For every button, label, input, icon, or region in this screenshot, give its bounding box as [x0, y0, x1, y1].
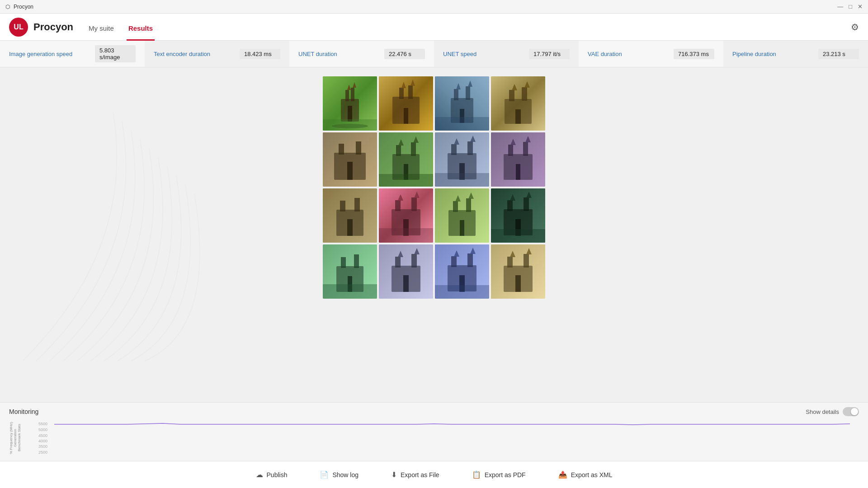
metric-text-encoder: Text encoder duration 18.423 ms [145, 41, 289, 67]
svg-rect-6 [348, 106, 352, 122]
svg-rect-26 [509, 90, 514, 101]
svg-rect-8 [323, 119, 377, 131]
image-cell-1[interactable] [323, 76, 377, 131]
svg-rect-23 [435, 117, 489, 131]
image-cell-9[interactable] [323, 188, 377, 243]
settings-icon[interactable]: ⚙ [851, 22, 859, 33]
svg-text:4000: 4000 [38, 439, 47, 443]
export-file-button[interactable]: ⬇ Export as File [384, 467, 447, 483]
image-cell-16[interactable] [491, 244, 545, 299]
image-cell-11[interactable] [435, 188, 489, 243]
metric-pipeline-duration: Pipeline duration 23.213 s [723, 41, 868, 67]
image-cell-10[interactable] [379, 188, 433, 243]
logo-area: UL Procyon [9, 18, 73, 37]
image-grid-area [0, 67, 868, 402]
svg-rect-58 [516, 164, 520, 180]
image-cell-7[interactable] [435, 132, 489, 187]
metric-unet-speed: UNET speed 17.797 it/s [434, 41, 579, 67]
svg-rect-55 [523, 142, 528, 156]
title-bar-left: ⬡ Procyon [5, 4, 33, 10]
title-bar-title: Procyon [14, 4, 33, 10]
svg-rect-30 [515, 109, 521, 124]
title-bar: ⬡ Procyon — □ ✕ [0, 0, 868, 14]
show-details-toggle[interactable] [843, 407, 859, 416]
svg-text:3500: 3500 [38, 444, 47, 449]
svg-rect-27 [522, 87, 527, 101]
svg-rect-66 [395, 200, 401, 211]
svg-rect-34 [356, 141, 361, 155]
image-cell-5[interactable] [323, 132, 377, 187]
svg-rect-62 [354, 198, 360, 211]
nav-tabs: My suite Results [87, 14, 155, 41]
tab-results[interactable]: Results [127, 24, 155, 41]
svg-rect-33 [339, 144, 344, 155]
svg-rect-90 [354, 254, 359, 268]
app-name: Procyon [33, 21, 73, 33]
close-button[interactable]: ✕ [858, 3, 863, 10]
svg-rect-111 [524, 254, 529, 267]
svg-rect-82 [524, 197, 529, 211]
svg-rect-12 [408, 85, 413, 99]
maximize-button[interactable]: □ [849, 3, 852, 10]
svg-rect-67 [411, 197, 417, 211]
cloud-icon: ☁ [256, 470, 263, 479]
download-icon: ⬇ [391, 470, 397, 479]
image-cell-12[interactable] [491, 188, 545, 243]
svg-text:5000: 5000 [38, 427, 47, 432]
chart-y-labels: % Frequency (MHz)Generation Benchmark St… [9, 420, 36, 456]
image-cell-4[interactable] [491, 76, 545, 131]
image-grid [323, 76, 545, 393]
app-header: UL Procyon My suite Results ⚙ [0, 14, 868, 41]
image-cell-14[interactable] [379, 244, 433, 299]
image-cell-3[interactable] [435, 76, 489, 131]
image-cell-6[interactable] [379, 132, 433, 187]
svg-rect-54 [508, 145, 513, 156]
svg-rect-103 [467, 253, 473, 267]
image-cell-8[interactable] [491, 132, 545, 187]
publish-button[interactable]: ☁ Publish [249, 467, 295, 483]
svg-text:5500: 5500 [38, 422, 47, 426]
svg-rect-11 [399, 88, 404, 99]
export-pdf-button[interactable]: 📋 Export as PDF [465, 467, 533, 483]
minimize-button[interactable]: — [837, 3, 843, 10]
export-xml-button[interactable]: 📤 Export as XML [551, 467, 620, 483]
svg-rect-81 [507, 200, 513, 211]
monitoring-section: Monitoring Show details % Frequency (MHz… [0, 402, 868, 461]
metric-image-gen-speed: Image generation speed 5.803 s/image [0, 41, 145, 67]
pdf-icon: 📋 [472, 470, 481, 479]
image-cell-15[interactable] [435, 244, 489, 299]
svg-text:2500: 2500 [38, 450, 47, 455]
svg-rect-3 [351, 88, 354, 101]
svg-rect-2 [345, 90, 349, 101]
svg-rect-51 [435, 173, 489, 187]
metric-unet-duration: UNET duration 22.476 s [289, 41, 434, 67]
svg-rect-110 [507, 257, 513, 267]
svg-rect-19 [466, 86, 470, 100]
svg-rect-92 [323, 284, 377, 299]
svg-rect-46 [451, 144, 457, 155]
image-cell-2[interactable] [379, 76, 433, 131]
svg-rect-114 [515, 275, 521, 292]
svg-rect-61 [340, 201, 345, 211]
svg-rect-63 [347, 219, 353, 236]
title-bar-controls: — □ ✕ [837, 3, 863, 10]
svg-rect-102 [451, 256, 457, 267]
svg-rect-35 [347, 162, 353, 180]
svg-rect-86 [491, 229, 545, 243]
svg-rect-15 [404, 108, 408, 124]
svg-rect-99 [403, 275, 409, 292]
metric-vae-duration: VAE duration 716.373 ms [579, 41, 723, 67]
svg-rect-89 [341, 257, 346, 268]
svg-rect-95 [395, 257, 401, 267]
show-log-button[interactable]: 📄 Show log [312, 467, 366, 483]
svg-rect-43 [379, 174, 433, 187]
title-bar-icon: ⬡ [5, 4, 10, 10]
xml-icon: 📤 [558, 470, 567, 479]
svg-rect-71 [379, 228, 433, 243]
image-cell-13[interactable] [323, 244, 377, 299]
tab-my-suite[interactable]: My suite [87, 24, 116, 41]
monitoring-chart: % Frequency (MHz)Generation Benchmark St… [9, 420, 859, 456]
svg-rect-75 [466, 198, 471, 212]
svg-rect-78 [460, 220, 464, 236]
logo-circle: UL [9, 18, 28, 37]
